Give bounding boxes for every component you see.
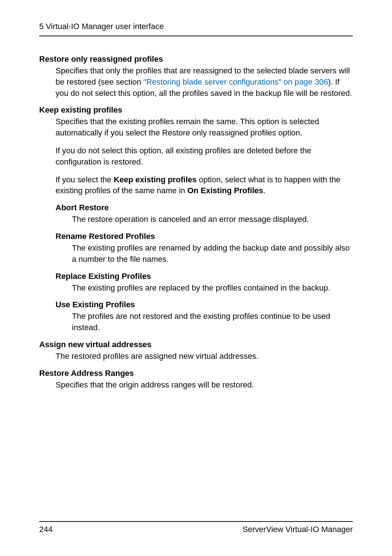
- text-keep-existing-p3-post: .: [263, 186, 265, 195]
- title-rename-restored: Rename Restored Profiles: [56, 232, 353, 241]
- title-use-existing: Use Existing Profiles: [56, 300, 353, 309]
- text-keep-existing-p3-bold1: Keep existing profiles: [114, 175, 197, 184]
- page-number: 244: [39, 525, 53, 534]
- body-keep-existing-p1: Specifies that the existing profiles rem…: [39, 116, 353, 139]
- text-keep-existing-p3-pre: If you select the: [56, 175, 114, 184]
- body-keep-existing-p2: If you do not select this option, all ex…: [39, 145, 353, 168]
- subsection-rename-restored: Rename Restored Profiles The existing pr…: [39, 232, 353, 265]
- title-assign-new: Assign new virtual addresses: [39, 340, 353, 349]
- subsection-use-existing: Use Existing Profiles The profiles are n…: [39, 300, 353, 333]
- subsection-replace-existing: Replace Existing Profiles The existing p…: [39, 272, 353, 294]
- header-chapter: 5 Virtual-IO Manager user interface: [39, 22, 353, 31]
- body-replace-existing: The existing profiles are replaced by th…: [56, 283, 353, 294]
- body-use-existing: The profiles are not restored and the ex…: [56, 311, 353, 333]
- body-assign-new: The restored profiles are assigned new v…: [39, 351, 353, 362]
- title-keep-existing: Keep existing profiles: [39, 105, 353, 115]
- subsection-abort-restore: Abort Restore The restore operation is c…: [39, 203, 353, 225]
- body-keep-existing-p3: If you select the Keep existing profiles…: [39, 174, 353, 197]
- title-abort-restore: Abort Restore: [56, 203, 353, 212]
- body-restore-address: Specifies that the origin address ranges…: [39, 380, 353, 391]
- header-rule: [39, 36, 353, 36]
- section-assign-new: Assign new virtual addresses The restore…: [39, 340, 353, 362]
- body-abort-restore: The restore operation is canceled and an…: [56, 214, 353, 225]
- footer: 244 ServerView Virtual-IO Manager: [39, 521, 353, 534]
- title-restore-only: Restore only reassigned profiles: [39, 54, 353, 64]
- title-restore-address: Restore Address Ranges: [39, 369, 353, 378]
- body-rename-restored: The existing profiles are renamed by add…: [56, 243, 353, 265]
- text-keep-existing-p3-bold2: On Existing Profiles: [187, 186, 263, 195]
- section-restore-address: Restore Address Ranges Specifies that th…: [39, 369, 353, 391]
- product-name: ServerView Virtual-IO Manager: [242, 525, 353, 534]
- footer-rule: [39, 521, 353, 522]
- body-restore-only: Specifies that only the profiles that ar…: [39, 65, 353, 99]
- footer-row: 244 ServerView Virtual-IO Manager: [39, 525, 353, 534]
- title-replace-existing: Replace Existing Profiles: [56, 272, 353, 281]
- link-restoring-blade[interactable]: "Restoring blade server configurations" …: [143, 77, 328, 86]
- section-keep-existing: Keep existing profiles Specifies that th…: [39, 105, 353, 333]
- section-restore-only: Restore only reassigned profiles Specifi…: [39, 54, 353, 99]
